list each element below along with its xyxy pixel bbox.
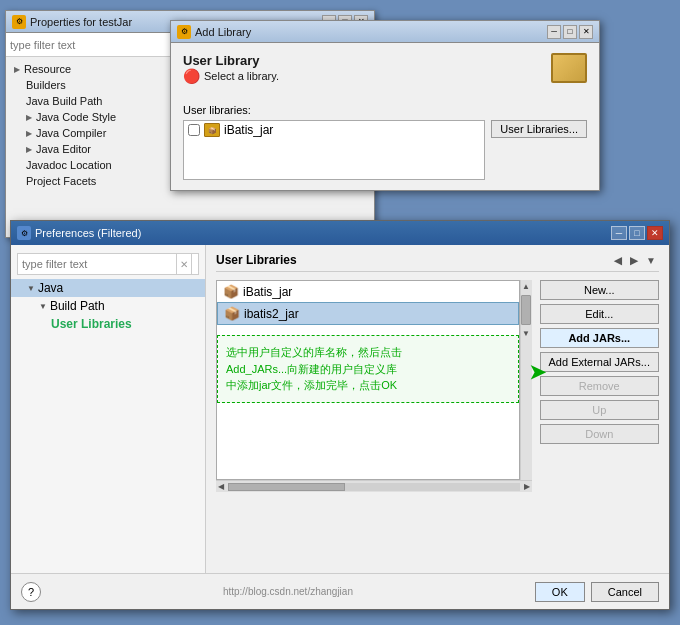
add-library-minimize-btn[interactable]: ─ xyxy=(547,25,561,39)
tree-arrow-build-path: ▼ xyxy=(39,302,47,311)
footer-url: http://blog.csdn.net/zhangjian xyxy=(223,586,353,597)
library-stack-icon xyxy=(551,53,587,83)
add-library-dialog: ⚙ Add Library ─ □ ✕ User Library 🔴 Selec… xyxy=(170,20,600,191)
add-external-jars-button[interactable]: Add External JARs... xyxy=(540,352,660,372)
user-library-header: User Library 🔴 Select a library. xyxy=(183,53,587,96)
lib-entry-ibatis-jar[interactable]: 📦 iBatis_jar xyxy=(217,281,519,302)
ibatis-checkbox[interactable] xyxy=(188,124,200,136)
scroll-down-btn[interactable]: ▼ xyxy=(520,327,532,340)
lib-entry-label-2: ibatis2_jar xyxy=(244,307,299,321)
scroll-up-btn[interactable]: ▲ xyxy=(520,280,532,293)
pref-main-title: User Libraries ◀ ▶ ▼ xyxy=(216,253,659,272)
remove-button[interactable]: Remove xyxy=(540,376,660,396)
tree-arrow-java: ▼ xyxy=(27,284,35,293)
user-library-section-title: User Library xyxy=(183,53,279,68)
arrow-indicator: ➤ xyxy=(529,360,546,384)
add-library-icon: ⚙ xyxy=(177,25,191,39)
ok-button[interactable]: OK xyxy=(535,582,585,602)
pref-nav-down[interactable]: ▼ xyxy=(643,254,659,267)
lib-entry-label-1: iBatis_jar xyxy=(243,285,292,299)
user-libs-buttons: New... Edit... Add JARs... Add External … xyxy=(540,280,660,492)
pref-main: User Libraries ◀ ▶ ▼ 📦 iBatis_jar xyxy=(206,245,669,573)
add-library-close-btn[interactable]: ✕ xyxy=(579,25,593,39)
tree-item-java[interactable]: ▼ Java xyxy=(11,279,205,297)
up-button[interactable]: Up xyxy=(540,400,660,420)
add-library-list[interactable]: 📦 iBatis_jar xyxy=(183,120,485,180)
cancel-button[interactable]: Cancel xyxy=(591,582,659,602)
user-libs-label: User libraries: xyxy=(183,104,587,116)
pref-footer: ? http://blog.csdn.net/zhangjian OK Canc… xyxy=(11,573,669,609)
scroll-thumb[interactable] xyxy=(521,295,531,325)
lib-entry-icon-2: 📦 xyxy=(224,306,240,321)
down-button[interactable]: Down xyxy=(540,424,660,444)
tree-item-build-path[interactable]: ▼ Build Path xyxy=(11,297,205,315)
pref-title-icons: ◀ ▶ ▼ xyxy=(611,254,659,267)
tree-label-java: Java xyxy=(38,281,63,295)
horiz-scroll-track[interactable] xyxy=(228,483,520,491)
horiz-scroll-left[interactable]: ◀ xyxy=(216,482,226,491)
annotation-text: 选中用户自定义的库名称，然后点击 Add_JARs...向新建的用户自定义库 中… xyxy=(217,335,519,403)
user-libs-list[interactable]: 📦 iBatis_jar 📦 ibatis2_jar 选中用户自定义的库名称，然… xyxy=(216,280,520,480)
horiz-scroll-thumb[interactable] xyxy=(228,483,345,491)
pref-filter-input[interactable] xyxy=(18,256,170,272)
tree-item-user-libraries[interactable]: User Libraries xyxy=(11,315,205,333)
pref-titlebar: ⚙ Preferences (Filtered) ─ □ ✕ xyxy=(11,221,669,245)
pref-title-icon: ⚙ xyxy=(17,226,31,240)
add-library-win-controls: ─ □ ✕ xyxy=(547,25,593,39)
user-libs-area: 📦 iBatis_jar 📦 ibatis2_jar 选中用户自定义的库名称，然… xyxy=(216,280,659,492)
pref-main-title-text: User Libraries xyxy=(216,253,297,267)
preferences-dialog: ⚙ Preferences (Filtered) ─ □ ✕ ✕ ▼ Java … xyxy=(10,220,670,610)
tree-label-build-path: Build Path xyxy=(50,299,105,313)
lib-entry-icon-1: 📦 xyxy=(223,284,239,299)
edit-button[interactable]: Edit... xyxy=(540,304,660,324)
libs-with-scroll: 📦 iBatis_jar 📦 ibatis2_jar 选中用户自定义的库名称，然… xyxy=(216,280,532,480)
pref-title: Preferences (Filtered) xyxy=(35,227,607,239)
libs-list-wrapper: 📦 iBatis_jar 📦 ibatis2_jar 选中用户自定义的库名称，然… xyxy=(216,280,532,492)
help-icon[interactable]: ? xyxy=(21,582,41,602)
new-button[interactable]: New... xyxy=(540,280,660,300)
horiz-scroll-right[interactable]: ▶ xyxy=(522,482,532,491)
add-library-title: Add Library xyxy=(195,26,543,38)
lib-entry-ibatis2-jar[interactable]: 📦 ibatis2_jar xyxy=(217,302,519,325)
user-library-left: User Library 🔴 Select a library. xyxy=(183,53,279,96)
pref-close-btn[interactable]: ✕ xyxy=(647,226,663,240)
pref-filter-bar: ✕ xyxy=(17,253,199,275)
lib-list-container: 📦 iBatis_jar User Libraries... xyxy=(183,120,587,180)
properties-title-icon: ⚙ xyxy=(12,15,26,29)
lib-list-item-ibatis[interactable]: 📦 iBatis_jar xyxy=(184,121,484,139)
lib-item-label: iBatis_jar xyxy=(224,123,273,137)
pref-nav-forward[interactable]: ▶ xyxy=(627,254,641,267)
pref-body: ✕ ▼ Java ▼ Build Path User Libraries Use… xyxy=(11,245,669,573)
pref-minimize-btn[interactable]: ─ xyxy=(611,226,627,240)
pref-win-controls: ─ □ ✕ xyxy=(611,226,663,240)
footer-buttons: OK Cancel xyxy=(535,582,659,602)
user-libraries-button[interactable]: User Libraries... xyxy=(491,120,587,138)
add-library-titlebar: ⚙ Add Library ─ □ ✕ xyxy=(171,21,599,43)
add-library-content: User Library 🔴 Select a library. User li… xyxy=(171,43,599,190)
pref-nav-back[interactable]: ◀ xyxy=(611,254,625,267)
add-jars-button[interactable]: Add JARs... xyxy=(540,328,660,348)
error-row: 🔴 Select a library. xyxy=(183,68,279,84)
tree-label-user-libraries: User Libraries xyxy=(51,317,132,331)
add-library-maximize-btn[interactable]: □ xyxy=(563,25,577,39)
jar-icon: 📦 xyxy=(204,123,220,137)
horiz-scrollbar[interactable]: ◀ ▶ xyxy=(216,480,532,492)
error-text: Select a library. xyxy=(204,70,279,82)
pref-sidebar: ✕ ▼ Java ▼ Build Path User Libraries xyxy=(11,245,206,573)
error-icon: 🔴 xyxy=(183,68,200,84)
pref-filter-clear-icon[interactable]: ✕ xyxy=(176,253,192,275)
pref-maximize-btn[interactable]: □ xyxy=(629,226,645,240)
